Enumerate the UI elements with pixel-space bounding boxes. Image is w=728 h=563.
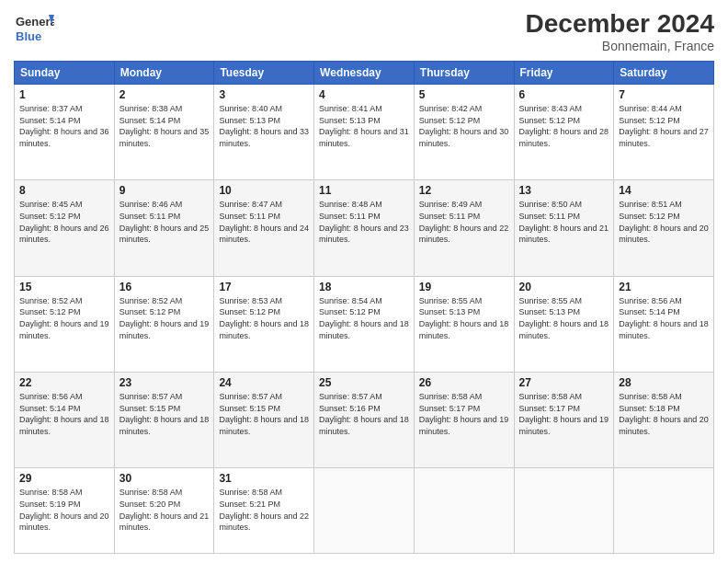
calendar-cell: 21 Sunrise: 8:56 AM Sunset: 5:14 PM Dayl…	[614, 276, 714, 372]
subtitle: Bonnemain, France	[526, 39, 714, 53]
day-detail: Sunrise: 8:55 AM Sunset: 5:13 PM Dayligh…	[419, 295, 509, 341]
day-number: 24	[219, 376, 309, 389]
day-detail: Sunrise: 8:58 AM Sunset: 5:19 PM Dayligh…	[19, 487, 109, 533]
calendar-cell: 1 Sunrise: 8:37 AM Sunset: 5:14 PM Dayli…	[15, 85, 115, 180]
calendar-cell: 18 Sunrise: 8:54 AM Sunset: 5:12 PM Dayl…	[314, 276, 415, 372]
day-detail: Sunrise: 8:46 AM Sunset: 5:11 PM Dayligh…	[119, 199, 210, 245]
day-number: 14	[619, 184, 709, 197]
day-detail: Sunrise: 8:52 AM Sunset: 5:12 PM Dayligh…	[119, 295, 210, 341]
calendar-cell: 22 Sunrise: 8:56 AM Sunset: 5:14 PM Dayl…	[15, 373, 115, 468]
day-detail: Sunrise: 8:58 AM Sunset: 5:20 PM Dayligh…	[119, 487, 210, 533]
day-number: 13	[519, 184, 609, 197]
day-number: 17	[219, 281, 309, 293]
col-header-wednesday: Wednesday	[314, 62, 415, 85]
calendar-cell	[614, 468, 714, 554]
col-header-friday: Friday	[514, 62, 614, 85]
day-number: 28	[619, 376, 709, 389]
calendar-cell: 27 Sunrise: 8:58 AM Sunset: 5:17 PM Dayl…	[514, 373, 614, 468]
day-detail: Sunrise: 8:37 AM Sunset: 5:14 PM Dayligh…	[19, 103, 109, 149]
calendar-cell: 8 Sunrise: 8:45 AM Sunset: 5:12 PM Dayli…	[15, 180, 115, 276]
calendar-cell: 2 Sunrise: 8:38 AM Sunset: 5:14 PM Dayli…	[114, 85, 214, 180]
day-number: 23	[119, 376, 210, 389]
day-number: 8	[19, 184, 109, 197]
svg-text:General: General	[16, 15, 54, 29]
day-number: 6	[519, 88, 609, 101]
calendar-cell: 15 Sunrise: 8:52 AM Sunset: 5:12 PM Dayl…	[15, 276, 115, 372]
calendar-cell: 12 Sunrise: 8:49 AM Sunset: 5:11 PM Dayl…	[414, 180, 514, 276]
day-detail: Sunrise: 8:52 AM Sunset: 5:12 PM Dayligh…	[19, 295, 109, 341]
day-detail: Sunrise: 8:42 AM Sunset: 5:12 PM Dayligh…	[419, 103, 509, 149]
day-detail: Sunrise: 8:55 AM Sunset: 5:13 PM Dayligh…	[519, 295, 609, 341]
day-number: 18	[319, 281, 409, 293]
day-number: 30	[119, 472, 210, 485]
calendar-cell: 17 Sunrise: 8:53 AM Sunset: 5:12 PM Dayl…	[214, 276, 314, 372]
col-header-thursday: Thursday	[414, 62, 514, 85]
calendar-cell: 13 Sunrise: 8:50 AM Sunset: 5:11 PM Dayl…	[514, 180, 614, 276]
calendar-cell: 14 Sunrise: 8:51 AM Sunset: 5:12 PM Dayl…	[614, 180, 714, 276]
day-detail: Sunrise: 8:43 AM Sunset: 5:12 PM Dayligh…	[519, 103, 609, 149]
calendar-cell	[514, 468, 614, 554]
day-number: 29	[19, 472, 109, 485]
calendar-cell: 20 Sunrise: 8:55 AM Sunset: 5:13 PM Dayl…	[514, 276, 614, 372]
day-detail: Sunrise: 8:38 AM Sunset: 5:14 PM Dayligh…	[119, 103, 210, 149]
day-number: 25	[319, 376, 409, 389]
calendar-cell: 11 Sunrise: 8:48 AM Sunset: 5:11 PM Dayl…	[314, 180, 415, 276]
day-number: 15	[19, 281, 109, 293]
day-number: 3	[219, 88, 309, 101]
day-detail: Sunrise: 8:58 AM Sunset: 5:18 PM Dayligh…	[619, 391, 709, 437]
day-number: 22	[19, 376, 109, 389]
day-number: 1	[19, 88, 109, 101]
day-number: 31	[219, 472, 309, 485]
day-detail: Sunrise: 8:54 AM Sunset: 5:12 PM Dayligh…	[319, 295, 409, 341]
calendar-cell: 6 Sunrise: 8:43 AM Sunset: 5:12 PM Dayli…	[514, 85, 614, 180]
calendar-cell: 23 Sunrise: 8:57 AM Sunset: 5:15 PM Dayl…	[114, 373, 214, 468]
calendar-cell: 24 Sunrise: 8:57 AM Sunset: 5:15 PM Dayl…	[214, 373, 314, 468]
day-number: 11	[319, 184, 409, 197]
day-number: 12	[419, 184, 509, 197]
col-header-saturday: Saturday	[614, 62, 714, 85]
page: General Blue December 2024 Bonnemain, Fr…	[0, 0, 728, 563]
day-detail: Sunrise: 8:40 AM Sunset: 5:13 PM Dayligh…	[219, 103, 309, 149]
day-detail: Sunrise: 8:57 AM Sunset: 5:15 PM Dayligh…	[119, 391, 210, 437]
day-number: 19	[419, 281, 509, 293]
day-detail: Sunrise: 8:44 AM Sunset: 5:12 PM Dayligh…	[619, 103, 709, 149]
day-detail: Sunrise: 8:56 AM Sunset: 5:14 PM Dayligh…	[619, 295, 709, 341]
day-number: 21	[619, 281, 709, 293]
col-header-sunday: Sunday	[15, 62, 115, 85]
calendar-cell: 28 Sunrise: 8:58 AM Sunset: 5:18 PM Dayl…	[614, 373, 714, 468]
title-block: December 2024 Bonnemain, France	[526, 9, 714, 53]
day-detail: Sunrise: 8:57 AM Sunset: 5:16 PM Dayligh…	[319, 391, 409, 437]
header: General Blue December 2024 Bonnemain, Fr…	[14, 9, 714, 53]
day-number: 27	[519, 376, 609, 389]
day-detail: Sunrise: 8:41 AM Sunset: 5:13 PM Dayligh…	[319, 103, 409, 149]
calendar-cell: 7 Sunrise: 8:44 AM Sunset: 5:12 PM Dayli…	[614, 85, 714, 180]
calendar-cell: 19 Sunrise: 8:55 AM Sunset: 5:13 PM Dayl…	[414, 276, 514, 372]
calendar-cell: 9 Sunrise: 8:46 AM Sunset: 5:11 PM Dayli…	[114, 180, 214, 276]
calendar-cell: 4 Sunrise: 8:41 AM Sunset: 5:13 PM Dayli…	[314, 85, 415, 180]
calendar-cell: 10 Sunrise: 8:47 AM Sunset: 5:11 PM Dayl…	[214, 180, 314, 276]
day-number: 5	[419, 88, 509, 101]
calendar-cell: 31 Sunrise: 8:58 AM Sunset: 5:21 PM Dayl…	[214, 468, 314, 554]
day-number: 10	[219, 184, 309, 197]
col-header-monday: Monday	[114, 62, 214, 85]
calendar-cell	[414, 468, 514, 554]
calendar-cell: 26 Sunrise: 8:58 AM Sunset: 5:17 PM Dayl…	[414, 373, 514, 468]
day-detail: Sunrise: 8:48 AM Sunset: 5:11 PM Dayligh…	[319, 199, 409, 245]
main-title: December 2024	[526, 9, 714, 39]
day-number: 4	[319, 88, 409, 101]
col-header-tuesday: Tuesday	[214, 62, 314, 85]
day-number: 20	[519, 281, 609, 293]
day-detail: Sunrise: 8:58 AM Sunset: 5:21 PM Dayligh…	[219, 487, 309, 533]
day-number: 9	[119, 184, 210, 197]
day-detail: Sunrise: 8:53 AM Sunset: 5:12 PM Dayligh…	[219, 295, 309, 341]
day-detail: Sunrise: 8:57 AM Sunset: 5:15 PM Dayligh…	[219, 391, 309, 437]
calendar-cell: 29 Sunrise: 8:58 AM Sunset: 5:19 PM Dayl…	[15, 468, 115, 554]
logo: General Blue	[14, 9, 54, 50]
calendar-cell: 3 Sunrise: 8:40 AM Sunset: 5:13 PM Dayli…	[214, 85, 314, 180]
calendar-table: SundayMondayTuesdayWednesdayThursdayFrid…	[14, 61, 714, 554]
calendar-cell: 30 Sunrise: 8:58 AM Sunset: 5:20 PM Dayl…	[114, 468, 214, 554]
day-detail: Sunrise: 8:49 AM Sunset: 5:11 PM Dayligh…	[419, 199, 509, 245]
calendar-cell	[314, 468, 415, 554]
day-number: 2	[119, 88, 210, 101]
day-detail: Sunrise: 8:58 AM Sunset: 5:17 PM Dayligh…	[519, 391, 609, 437]
